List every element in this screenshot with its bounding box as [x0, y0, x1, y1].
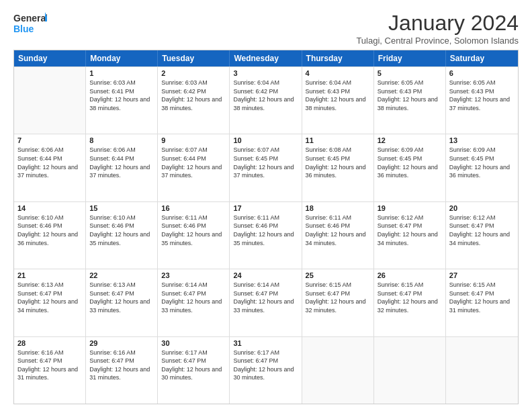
day-15: 15Sunrise: 6:10 AMSunset: 6:46 PMDayligh…	[86, 202, 158, 269]
cell-info-28: Sunrise: 6:16 AMSunset: 6:47 PMDaylight:…	[17, 349, 82, 382]
cell-info-31: Sunrise: 6:17 AMSunset: 6:47 PMDaylight:…	[233, 349, 298, 382]
header-day-wednesday: Wednesday	[230, 50, 302, 66]
day-4: 4Sunrise: 6:04 AMSunset: 6:43 PMDaylight…	[302, 67, 374, 134]
date-number-6: 6	[449, 69, 515, 77]
date-number-14: 14	[17, 204, 82, 212]
cell-info-10: Sunrise: 6:07 AMSunset: 6:45 PMDaylight:…	[233, 146, 298, 179]
header-day-saturday: Saturday	[446, 50, 518, 66]
logo-svg: General Blue	[13, 11, 47, 36]
date-number-11: 11	[306, 136, 370, 144]
cell-info-3: Sunrise: 6:04 AMSunset: 6:42 PMDaylight:…	[233, 79, 298, 112]
date-number-18: 18	[306, 204, 370, 212]
header-day-friday: Friday	[374, 50, 446, 66]
cell-info-26: Sunrise: 6:15 AMSunset: 6:47 PMDaylight:…	[378, 281, 442, 314]
day-28: 28Sunrise: 6:16 AMSunset: 6:47 PMDayligh…	[14, 337, 86, 404]
cell-info-27: Sunrise: 6:15 AMSunset: 6:47 PMDaylight:…	[449, 281, 515, 314]
cell-info-17: Sunrise: 6:11 AMSunset: 6:46 PMDaylight:…	[233, 214, 298, 247]
cell-info-7: Sunrise: 6:06 AMSunset: 6:44 PMDaylight:…	[17, 146, 82, 179]
date-number-22: 22	[89, 271, 154, 279]
date-number-26: 26	[378, 271, 442, 279]
date-number-16: 16	[161, 204, 226, 212]
day-19: 19Sunrise: 6:12 AMSunset: 6:47 PMDayligh…	[374, 202, 446, 269]
week-row-0: 1Sunrise: 6:03 AMSunset: 6:41 PMDaylight…	[14, 66, 518, 134]
header-day-tuesday: Tuesday	[158, 50, 230, 66]
header-day-sunday: Sunday	[14, 50, 86, 66]
week-row-2: 14Sunrise: 6:10 AMSunset: 6:46 PMDayligh…	[14, 201, 518, 269]
page: General Blue January 2024 Tulagi, Centra…	[0, 0, 532, 411]
cell-info-12: Sunrise: 6:09 AMSunset: 6:45 PMDaylight:…	[378, 146, 442, 179]
day-12: 12Sunrise: 6:09 AMSunset: 6:45 PMDayligh…	[374, 134, 446, 201]
cell-info-5: Sunrise: 6:05 AMSunset: 6:43 PMDaylight:…	[378, 79, 442, 112]
date-number-7: 7	[17, 136, 82, 144]
date-number-1: 1	[89, 69, 154, 77]
day-29: 29Sunrise: 6:16 AMSunset: 6:47 PMDayligh…	[86, 337, 158, 404]
date-number-31: 31	[233, 339, 298, 347]
cell-info-25: Sunrise: 6:15 AMSunset: 6:47 PMDaylight:…	[306, 281, 370, 314]
date-number-24: 24	[233, 271, 298, 279]
header: General Blue January 2024 Tulagi, Centra…	[13, 11, 519, 46]
day-5: 5Sunrise: 6:05 AMSunset: 6:43 PMDaylight…	[374, 67, 446, 134]
day-8: 8Sunrise: 6:06 AMSunset: 6:44 PMDaylight…	[86, 134, 158, 201]
cell-info-22: Sunrise: 6:13 AMSunset: 6:47 PMDaylight:…	[89, 281, 154, 314]
date-number-28: 28	[17, 339, 82, 347]
calendar: SundayMondayTuesdayWednesdayThursdayFrid…	[13, 50, 519, 404]
cell-info-4: Sunrise: 6:04 AMSunset: 6:43 PMDaylight:…	[306, 79, 370, 112]
date-number-4: 4	[306, 69, 370, 77]
cell-info-13: Sunrise: 6:09 AMSunset: 6:45 PMDaylight:…	[449, 146, 515, 179]
cell-info-9: Sunrise: 6:07 AMSunset: 6:44 PMDaylight:…	[161, 146, 226, 179]
date-number-3: 3	[233, 69, 298, 77]
header-day-monday: Monday	[86, 50, 158, 66]
day-1: 1Sunrise: 6:03 AMSunset: 6:41 PMDaylight…	[86, 67, 158, 134]
cell-info-1: Sunrise: 6:03 AMSunset: 6:41 PMDaylight:…	[89, 79, 154, 112]
day-3: 3Sunrise: 6:04 AMSunset: 6:42 PMDaylight…	[230, 67, 302, 134]
day-21: 21Sunrise: 6:13 AMSunset: 6:47 PMDayligh…	[14, 269, 86, 336]
empty-cell-4-5	[374, 337, 446, 404]
cell-info-8: Sunrise: 6:06 AMSunset: 6:44 PMDaylight:…	[89, 146, 154, 179]
date-number-5: 5	[378, 69, 442, 77]
day-14: 14Sunrise: 6:10 AMSunset: 6:46 PMDayligh…	[14, 202, 86, 269]
cell-info-15: Sunrise: 6:10 AMSunset: 6:46 PMDaylight:…	[89, 214, 154, 247]
week-row-1: 7Sunrise: 6:06 AMSunset: 6:44 PMDaylight…	[14, 134, 518, 201]
date-number-30: 30	[161, 339, 226, 347]
date-number-23: 23	[161, 271, 226, 279]
cell-info-6: Sunrise: 6:05 AMSunset: 6:43 PMDaylight:…	[449, 79, 515, 112]
day-6: 6Sunrise: 6:05 AMSunset: 6:43 PMDaylight…	[446, 67, 518, 134]
cell-info-18: Sunrise: 6:11 AMSunset: 6:46 PMDaylight:…	[306, 214, 370, 247]
date-number-19: 19	[378, 204, 442, 212]
month-title: January 2024	[356, 11, 519, 36]
day-10: 10Sunrise: 6:07 AMSunset: 6:45 PMDayligh…	[230, 134, 302, 201]
date-number-8: 8	[89, 136, 154, 144]
empty-cell-4-4	[302, 337, 374, 404]
day-16: 16Sunrise: 6:11 AMSunset: 6:46 PMDayligh…	[158, 202, 230, 269]
day-9: 9Sunrise: 6:07 AMSunset: 6:44 PMDaylight…	[158, 134, 230, 201]
cell-info-24: Sunrise: 6:14 AMSunset: 6:47 PMDaylight:…	[233, 281, 298, 314]
day-30: 30Sunrise: 6:17 AMSunset: 6:47 PMDayligh…	[158, 337, 230, 404]
date-number-17: 17	[233, 204, 298, 212]
day-13: 13Sunrise: 6:09 AMSunset: 6:45 PMDayligh…	[446, 134, 518, 201]
day-20: 20Sunrise: 6:12 AMSunset: 6:47 PMDayligh…	[446, 202, 518, 269]
date-number-25: 25	[306, 271, 370, 279]
day-27: 27Sunrise: 6:15 AMSunset: 6:47 PMDayligh…	[446, 269, 518, 336]
title-area: January 2024 Tulagi, Central Province, S…	[356, 11, 519, 46]
cell-info-21: Sunrise: 6:13 AMSunset: 6:47 PMDaylight:…	[17, 281, 82, 314]
cell-info-11: Sunrise: 6:08 AMSunset: 6:45 PMDaylight:…	[306, 146, 370, 179]
day-24: 24Sunrise: 6:14 AMSunset: 6:47 PMDayligh…	[230, 269, 302, 336]
day-7: 7Sunrise: 6:06 AMSunset: 6:44 PMDaylight…	[14, 134, 86, 201]
calendar-header-row: SundayMondayTuesdayWednesdayThursdayFrid…	[14, 50, 518, 66]
calendar-body: 1Sunrise: 6:03 AMSunset: 6:41 PMDaylight…	[14, 66, 518, 404]
cell-info-29: Sunrise: 6:16 AMSunset: 6:47 PMDaylight:…	[89, 349, 154, 382]
week-row-3: 21Sunrise: 6:13 AMSunset: 6:47 PMDayligh…	[14, 269, 518, 336]
week-row-4: 28Sunrise: 6:16 AMSunset: 6:47 PMDayligh…	[14, 336, 518, 404]
svg-text:General: General	[13, 13, 47, 24]
empty-cell-4-6	[446, 337, 518, 404]
day-22: 22Sunrise: 6:13 AMSunset: 6:47 PMDayligh…	[86, 269, 158, 336]
day-23: 23Sunrise: 6:14 AMSunset: 6:47 PMDayligh…	[158, 269, 230, 336]
date-number-10: 10	[233, 136, 298, 144]
cell-info-14: Sunrise: 6:10 AMSunset: 6:46 PMDaylight:…	[17, 214, 82, 247]
cell-info-2: Sunrise: 6:03 AMSunset: 6:42 PMDaylight:…	[161, 79, 226, 112]
day-2: 2Sunrise: 6:03 AMSunset: 6:42 PMDaylight…	[158, 67, 230, 134]
cell-info-19: Sunrise: 6:12 AMSunset: 6:47 PMDaylight:…	[378, 214, 442, 247]
date-number-2: 2	[161, 69, 226, 77]
date-number-21: 21	[17, 271, 82, 279]
cell-info-20: Sunrise: 6:12 AMSunset: 6:47 PMDaylight:…	[449, 214, 515, 247]
